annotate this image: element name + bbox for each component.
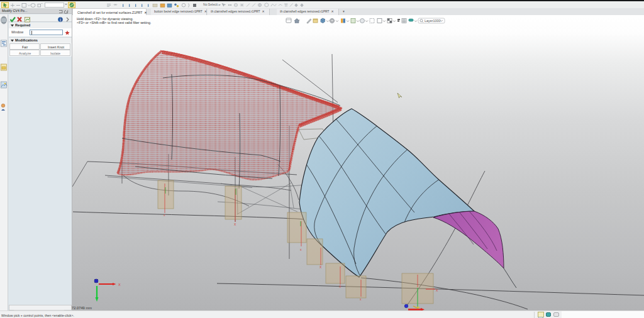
svg-text:Layer1000: Layer1000 [425, 19, 440, 23]
svg-text:X: X [118, 283, 121, 287]
svg-text:i: i [60, 17, 61, 23]
